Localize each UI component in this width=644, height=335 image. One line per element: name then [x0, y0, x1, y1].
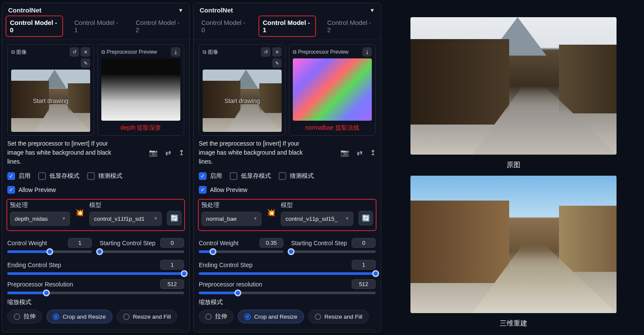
start-step-value[interactable]: 0	[160, 238, 184, 248]
panel-title: ControlNet	[200, 6, 233, 14]
preview-image-canvas[interactable]	[293, 58, 372, 121]
tab-control-model-2[interactable]: Control Model - 2	[325, 17, 376, 35]
reconstruction-image	[410, 176, 617, 313]
resize-mode-label: 缩放模式	[199, 298, 376, 306]
swap-icon[interactable]: ⇄	[357, 149, 362, 157]
model-select[interactable]: control_v11f1p_sd1	[89, 212, 162, 226]
preview-caption: normalbae 提取法线	[293, 124, 372, 132]
refresh-button[interactable]: 🔄	[358, 211, 373, 225]
preview-label: ⧉ Preprocessor Preview	[101, 49, 157, 55]
resize-stretch[interactable]: 拉伸	[7, 310, 42, 323]
start-step-slider[interactable]	[291, 250, 376, 253]
resize-crop[interactable]: Crop and Resize	[46, 310, 112, 323]
tab-control-model-1[interactable]: Control Model - 1	[72, 17, 123, 35]
input-image-canvas[interactable]: Start drawing	[203, 70, 282, 132]
enable-checkbox[interactable]: ✓启用	[199, 172, 222, 180]
tab-control-model-0[interactable]: Control Model - 0	[7, 17, 61, 35]
brush-icon[interactable]: ✎	[81, 58, 90, 68]
allow-preview-checkbox[interactable]: ✓Allow Preview	[199, 186, 247, 194]
end-step-value[interactable]: 1	[352, 260, 376, 270]
enable-checkbox[interactable]: ✓启用	[7, 172, 30, 180]
model-label: 模型	[89, 201, 162, 209]
end-step-slider[interactable]	[199, 272, 376, 275]
checkbox-row-2: ✓Allow Preview	[7, 186, 184, 194]
end-step-slider[interactable]	[7, 272, 184, 275]
undo-icon[interactable]: ↺	[70, 47, 79, 57]
preview-caption: depth 提取深度	[101, 124, 180, 132]
preprocessor-select[interactable]: depth_midas	[10, 212, 70, 226]
download-icon[interactable]: ⭳	[171, 47, 180, 57]
refresh-button[interactable]: 🔄	[167, 211, 182, 225]
tabs: Control Model - 0 Control Model - 1 Cont…	[194, 15, 381, 40]
undo-icon[interactable]: ↺	[261, 47, 270, 57]
image-row: ⧉ 图像 ↺ ✕ ✎ Start drawing ⧉ Prepr	[199, 44, 376, 136]
resize-stretch[interactable]: 拉伸	[199, 310, 234, 323]
close-icon[interactable]: ✕	[81, 47, 90, 57]
preprocessor-select[interactable]: normal_bae	[201, 212, 261, 226]
lowvram-checkbox[interactable]: 低显存模式	[230, 172, 271, 180]
resize-fill[interactable]: Resize and Fill	[308, 310, 369, 323]
tabs: Control Model - 0 Control Model - 1 Cont…	[2, 15, 189, 40]
drawing-canvas-accordion[interactable]: Drawing Canvas◀	[199, 329, 376, 332]
tab-control-model-0[interactable]: Control Model - 0	[199, 17, 250, 35]
guess-checkbox[interactable]: 猜测模式	[279, 172, 314, 180]
resolution-value[interactable]: 512	[352, 279, 376, 289]
resize-crop[interactable]: Crop and Resize	[238, 310, 304, 323]
control-weight-slider[interactable]	[7, 250, 92, 253]
lowvram-checkbox[interactable]: 低显存模式	[38, 172, 79, 180]
collapse-icon[interactable]: ▼	[370, 7, 375, 13]
control-weight-label: Control Weight	[7, 240, 47, 247]
guess-checkbox[interactable]: 猜测模式	[87, 172, 122, 180]
reconstruction-caption: 三维重建	[500, 319, 527, 328]
collapse-icon[interactable]: ▼	[178, 7, 183, 13]
right-column: 原图 三维重建	[383, 0, 644, 335]
start-drawing-label: Start drawing	[225, 97, 260, 104]
camera-icon[interactable]: 📷	[149, 149, 158, 157]
panel-header[interactable]: ControlNet ▼	[194, 3, 381, 15]
model-select[interactable]: control_v11p_sd15_	[281, 212, 353, 226]
input-image-canvas[interactable]: Start drawing	[11, 70, 90, 132]
resolution-value[interactable]: 512	[160, 279, 184, 289]
upload-icon[interactable]: ↥	[179, 149, 184, 157]
preprocessor-model-row: 预处理 depth_midas 💥 模型 control_v11f1p_sd1 …	[7, 200, 184, 230]
original-image	[410, 17, 617, 155]
start-step-value[interactable]: 0	[352, 238, 376, 248]
resolution-slider[interactable]	[199, 292, 376, 294]
control-weight-slider[interactable]	[199, 250, 283, 253]
control-weight-value[interactable]: 1	[68, 238, 92, 248]
allow-preview-checkbox[interactable]: ✓Allow Preview	[7, 186, 56, 194]
start-step-slider[interactable]	[100, 250, 184, 253]
explosion-icon[interactable]: 💥	[75, 208, 84, 217]
hint-text: Set the preprocessor to [invert] If your…	[7, 139, 119, 166]
tab-control-model-1[interactable]: Control Model - 1	[260, 17, 314, 35]
control-weight-value[interactable]: 0.35	[259, 238, 283, 248]
explosion-icon[interactable]: 💥	[267, 208, 276, 217]
end-step-label: Ending Control Step	[199, 262, 252, 268]
download-icon[interactable]: ⭳	[362, 47, 372, 57]
weight-step-row: Control Weight1 Starting Control Step0	[7, 235, 184, 257]
panel-body: ⧉ 图像 ↺ ✕ ✎ Start drawing ⧉ Prepr	[194, 40, 381, 332]
preprocessor-model-row: 预处理 normal_bae 💥 模型 control_v11p_sd15_ 🔄	[199, 200, 376, 230]
resolution-label: Preprocessor Resolution	[7, 281, 73, 288]
preview-image-box: ⧉ Preprocessor Preview ⭳ depth 提取深度	[97, 44, 184, 136]
checkbox-row-1: ✓启用 低显存模式 猜测模式	[199, 172, 376, 180]
resolution-label: Preprocessor resolution	[199, 281, 262, 288]
resize-fill[interactable]: Resize and Fill	[117, 310, 178, 323]
camera-icon[interactable]: 📷	[340, 149, 349, 157]
upload-icon[interactable]: ↥	[370, 149, 376, 157]
panel-header[interactable]: ControlNet ▼	[2, 3, 189, 15]
preview-image-box: ⧉ Preprocessor Preview ⭳ normalbae 提取法线	[289, 44, 376, 136]
preprocessor-label: 预处理	[10, 201, 70, 209]
preview-image-canvas[interactable]	[101, 58, 180, 121]
tab-control-model-2[interactable]: Control Model - 2	[133, 17, 184, 35]
weight-step-row: Control Weight0.35 Starting Control Step…	[199, 235, 376, 257]
drawing-canvas-accordion[interactable]: Drawing Canvas◀	[7, 329, 184, 332]
close-icon[interactable]: ✕	[272, 47, 282, 57]
end-step-value[interactable]: 1	[160, 260, 184, 270]
swap-icon[interactable]: ⇄	[165, 149, 171, 157]
resize-mode-label: 缩放模式	[7, 298, 184, 306]
brush-icon[interactable]: ✎	[272, 58, 282, 68]
resolution-slider[interactable]	[7, 292, 184, 294]
start-step-label: Starting Control Step	[100, 240, 155, 247]
hint-row: Set the preprocessor to [invert] If your…	[199, 139, 376, 166]
